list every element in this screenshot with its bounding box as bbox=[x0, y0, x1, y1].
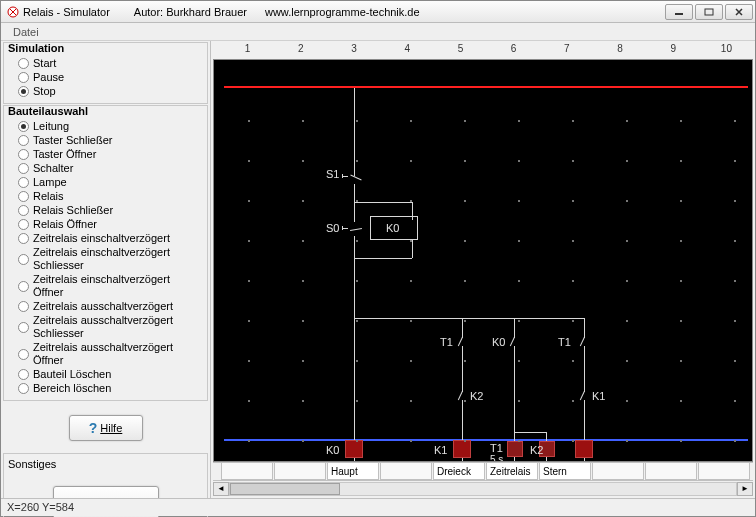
label-k0r: K0 bbox=[326, 444, 339, 456]
label-k2: K2 bbox=[470, 390, 483, 402]
simulation-group: Simulation Start Pause Stop bbox=[3, 42, 208, 104]
hilfe-button[interactable]: ? Hilfe bbox=[69, 415, 143, 441]
ruler-4: 4 bbox=[381, 43, 434, 59]
label-s0: S0 bbox=[326, 222, 339, 234]
button-s1[interactable] bbox=[348, 172, 364, 184]
contact-k2[interactable] bbox=[455, 386, 469, 406]
label-t1r: T1 bbox=[490, 442, 503, 454]
tab-haupt[interactable]: Haupt bbox=[327, 463, 379, 480]
contact-t1b[interactable] bbox=[577, 332, 591, 352]
tab-zeitrelais[interactable]: Zeitrelais bbox=[486, 463, 538, 480]
svg-rect-1 bbox=[675, 13, 683, 15]
scroll-thumb[interactable] bbox=[230, 483, 340, 495]
menu-datei[interactable]: Datei bbox=[7, 24, 45, 40]
contact-t1a[interactable] bbox=[455, 332, 469, 352]
h-scrollbar[interactable]: ◄ ► bbox=[213, 480, 753, 496]
relay-t1[interactable] bbox=[507, 441, 523, 457]
opt-relais-schliesser[interactable]: Relais Schließer bbox=[8, 204, 203, 218]
tab-9[interactable] bbox=[645, 463, 697, 480]
wire bbox=[546, 457, 547, 462]
opt-zeit-ein-s[interactable]: Zeitrelais einschaltverzögert Schliesser bbox=[8, 246, 203, 273]
opt-lampe[interactable]: Lampe bbox=[8, 176, 203, 190]
titlebar: Relais - Simulator Autor: Burkhard Braue… bbox=[1, 1, 755, 23]
tab-8[interactable] bbox=[592, 463, 644, 480]
opt-taster-oeffner[interactable]: Taster Öffner bbox=[8, 148, 203, 162]
tab-bar: Haupt Dreieck Zeitrelais Stern bbox=[213, 462, 753, 480]
wire bbox=[462, 458, 463, 462]
ruler-6: 6 bbox=[487, 43, 540, 59]
wire bbox=[514, 352, 515, 450]
button-s0[interactable] bbox=[348, 224, 364, 236]
wire bbox=[412, 240, 413, 258]
tab-1[interactable] bbox=[221, 463, 273, 480]
opt-taster-schliesser[interactable]: Taster Schließer bbox=[8, 134, 203, 148]
minimize-button[interactable] bbox=[665, 4, 693, 20]
scroll-track[interactable] bbox=[229, 482, 737, 496]
label-k1r: K1 bbox=[434, 444, 447, 456]
simulation-heading: Simulation bbox=[8, 42, 203, 54]
ruler-3: 3 bbox=[327, 43, 380, 59]
opt-zeit-ein-o[interactable]: Zeitrelais einschaltverzögert Öffner bbox=[8, 273, 203, 300]
svg-rect-2 bbox=[705, 9, 713, 15]
label-t1a: T1 bbox=[440, 336, 453, 348]
statusbar: X=260 Y=584 bbox=[1, 498, 755, 516]
app-title: Relais - Simulator bbox=[23, 6, 110, 18]
url-label: www.lernprogramme-technik.de bbox=[265, 6, 420, 18]
ruler-7: 7 bbox=[540, 43, 593, 59]
wire bbox=[354, 184, 355, 222]
tab-dreieck[interactable]: Dreieck bbox=[433, 463, 485, 480]
opt-relais-oeffner[interactable]: Relais Öffner bbox=[8, 218, 203, 232]
tab-2[interactable] bbox=[274, 463, 326, 480]
column-ruler: 1 2 3 4 5 6 7 8 9 10 bbox=[213, 43, 753, 59]
author-label: Autor: Burkhard Brauer bbox=[134, 6, 247, 18]
sim-stop[interactable]: Stop bbox=[8, 85, 203, 99]
sidebar: Simulation Start Pause Stop Bauteilauswa… bbox=[1, 41, 211, 498]
opt-bauteil-loeschen[interactable]: Bauteil Löschen bbox=[8, 368, 203, 382]
contact-k1[interactable] bbox=[577, 386, 591, 406]
ruler-10: 10 bbox=[700, 43, 753, 59]
schematic-canvas[interactable]: // placeholder - dots rendered below via… bbox=[213, 59, 753, 462]
label-k0-coil: K0 bbox=[386, 222, 399, 234]
wire bbox=[354, 88, 355, 176]
opt-leitung[interactable]: Leitung bbox=[8, 120, 203, 134]
ruler-2: 2 bbox=[274, 43, 327, 59]
scroll-left-icon[interactable]: ◄ bbox=[213, 482, 229, 496]
main-area: 1 2 3 4 5 6 7 8 9 10 // placeholder - do… bbox=[211, 41, 755, 498]
opt-relais[interactable]: Relais bbox=[8, 190, 203, 204]
relay-k2[interactable] bbox=[575, 440, 593, 458]
wire bbox=[354, 458, 355, 462]
help-icon: ? bbox=[89, 420, 98, 436]
opt-zeit-aus-s[interactable]: Zeitrelais ausschaltverzögert Schliesser bbox=[8, 314, 203, 341]
sim-pause[interactable]: Pause bbox=[8, 71, 203, 85]
scroll-right-icon[interactable]: ► bbox=[737, 482, 753, 496]
opt-bereich-loeschen[interactable]: Bereich löschen bbox=[8, 382, 203, 396]
bauteil-heading: Bauteilauswahl bbox=[8, 105, 203, 117]
opt-zeit-aus-o[interactable]: Zeitrelais ausschaltverzögert Öffner bbox=[8, 341, 203, 368]
menubar: Datei bbox=[1, 23, 755, 41]
wire bbox=[354, 318, 584, 319]
ruler-8: 8 bbox=[593, 43, 646, 59]
label-t1time: 5 s bbox=[490, 454, 503, 462]
close-button[interactable] bbox=[725, 4, 753, 20]
rail-plus bbox=[224, 86, 748, 88]
tab-stern[interactable]: Stern bbox=[539, 463, 591, 480]
relay-k0[interactable] bbox=[345, 440, 363, 458]
tab-10[interactable] bbox=[698, 463, 750, 480]
wire bbox=[514, 432, 546, 433]
contact-k0[interactable] bbox=[507, 332, 521, 352]
label-k0c: K0 bbox=[492, 336, 505, 348]
coords-label: X=260 Y=584 bbox=[7, 501, 74, 513]
label-k2r: K2 bbox=[530, 444, 543, 456]
label-t1b: T1 bbox=[558, 336, 571, 348]
opt-zeit-ein[interactable]: Zeitrelais einschaltverzögert bbox=[8, 232, 203, 246]
relay-k1[interactable] bbox=[453, 440, 471, 458]
maximize-button[interactable] bbox=[695, 4, 723, 20]
tab-4[interactable] bbox=[380, 463, 432, 480]
opt-schalter[interactable]: Schalter bbox=[8, 162, 203, 176]
sim-start[interactable]: Start bbox=[8, 57, 203, 71]
sonstiges-heading: Sonstiges bbox=[8, 458, 203, 470]
ruler-5: 5 bbox=[434, 43, 487, 59]
opt-zeit-aus[interactable]: Zeitrelais ausschaltverzögert bbox=[8, 300, 203, 314]
ruler-9: 9 bbox=[647, 43, 700, 59]
wire bbox=[354, 236, 355, 450]
